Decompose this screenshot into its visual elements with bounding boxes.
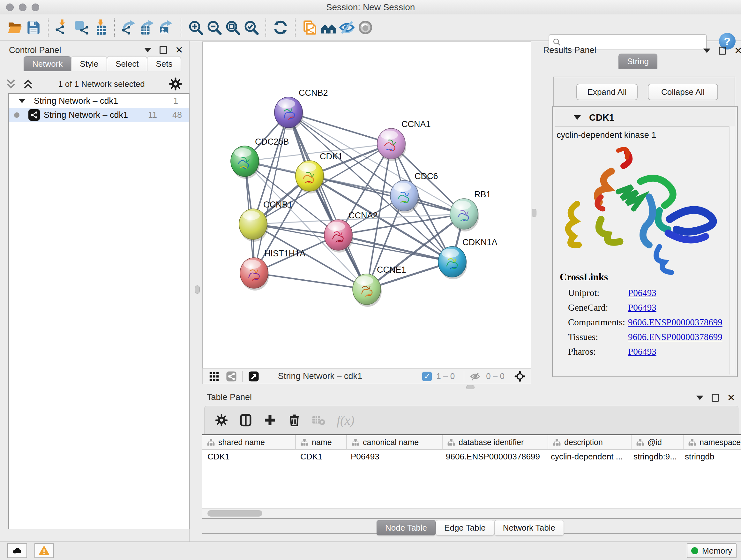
- open-file-icon[interactable]: [6, 18, 24, 37]
- zoom-fit-icon[interactable]: [223, 18, 242, 37]
- column-label: namespace: [699, 438, 741, 447]
- selected-checkbox-icon[interactable]: ✓: [422, 372, 432, 381]
- collection-expander-icon[interactable]: [18, 99, 25, 103]
- grid-view-icon[interactable]: [208, 370, 220, 383]
- gene-expander-icon[interactable]: [574, 115, 581, 120]
- birdseye-crosshair-icon[interactable]: [514, 370, 526, 383]
- export-table-icon[interactable]: [138, 18, 157, 37]
- network-options-gear-icon[interactable]: [169, 77, 183, 91]
- tab-edge-table[interactable]: Edge Table: [435, 520, 494, 536]
- cell: cyclin-dependent ...: [546, 452, 628, 462]
- save-session-icon[interactable]: [24, 18, 43, 37]
- expand-all-icon[interactable]: [22, 78, 35, 89]
- column-header-canonical-name[interactable]: canonical name: [347, 435, 443, 449]
- node-CCNA2[interactable]: [324, 220, 353, 253]
- table-collapse-icon[interactable]: [696, 395, 703, 400]
- table-horizontal-scrollbar[interactable]: [202, 508, 741, 518]
- node-CCNA1[interactable]: [377, 128, 406, 161]
- crosslink-value-link[interactable]: 9606.ENSP00000378699: [628, 317, 723, 327]
- zoom-selected-icon[interactable]: [242, 18, 260, 37]
- expand-all-button[interactable]: Expand All: [576, 84, 637, 100]
- network-view-toolbar: String Network – cdk1 ✓ 1 – 0 0 – 0: [202, 368, 531, 384]
- selection-status: 1 of 1 Network selected: [35, 79, 169, 89]
- node-CCNB2[interactable]: [274, 97, 304, 130]
- gene-section-header[interactable]: CDK1: [555, 109, 735, 127]
- control-panel-tabs: NetworkStyleSelectSets: [23, 56, 181, 71]
- tab-select[interactable]: Select: [107, 56, 147, 71]
- table-settings-gear-icon[interactable]: [214, 413, 229, 428]
- warning-button[interactable]: [35, 543, 54, 558]
- column-header--id[interactable]: @id: [631, 435, 684, 449]
- tab-network[interactable]: Network: [23, 56, 71, 71]
- network-tree: String Network – cdk1 1 String Network –…: [8, 93, 190, 530]
- node-CDC6[interactable]: [390, 180, 419, 213]
- edge-HIST1H1A-CCNE1[interactable]: [254, 273, 367, 289]
- edge-CCNB2-CCNE1[interactable]: [288, 112, 367, 289]
- tab-node-table[interactable]: Node Table: [377, 520, 435, 536]
- delete-column-icon[interactable]: [287, 413, 301, 428]
- column-header-shared-name[interactable]: shared name: [202, 435, 296, 449]
- refresh-icon[interactable]: [271, 18, 290, 37]
- import-table-icon[interactable]: [91, 18, 109, 37]
- panel-close-icon[interactable]: ✕: [175, 47, 183, 54]
- crosslink-value-link[interactable]: P06493: [628, 347, 657, 357]
- panel-collapse-icon[interactable]: [144, 48, 151, 52]
- home-icon[interactable]: [319, 18, 338, 37]
- node-CDKN1A[interactable]: [438, 246, 467, 279]
- network-row[interactable]: String Network – cdk1 11 48: [9, 108, 189, 122]
- delete-table-icon[interactable]: [311, 413, 326, 428]
- table-float-icon[interactable]: [712, 394, 719, 401]
- tab-string[interactable]: String: [618, 54, 657, 69]
- cloud-button[interactable]: [7, 543, 27, 558]
- network-collection-row[interactable]: String Network – cdk1 1: [9, 94, 189, 108]
- node-CCNE1[interactable]: [353, 274, 382, 307]
- table-row[interactable]: CDK1CDK1P064939606.ENSP00000378699cyclin…: [202, 450, 741, 463]
- results-float-icon[interactable]: [719, 47, 726, 55]
- crosslink-label: Compartments:: [568, 317, 628, 327]
- scrollbar-thumb[interactable]: [207, 510, 262, 516]
- table-close-icon[interactable]: ✕: [727, 394, 735, 401]
- node-CDC25B[interactable]: [231, 146, 260, 179]
- right-splitter-handle[interactable]: [532, 209, 536, 217]
- clone-network-icon[interactable]: [300, 18, 319, 37]
- preview-icon[interactable]: [356, 18, 375, 37]
- crosslink-value-link[interactable]: 9606.ENSP00000378699: [628, 332, 723, 342]
- results-close-icon[interactable]: ✕: [734, 47, 741, 54]
- network-share-icon[interactable]: [225, 370, 238, 383]
- memory-button[interactable]: Memory: [687, 543, 737, 558]
- tab-sets[interactable]: Sets: [147, 56, 181, 71]
- left-splitter-handle[interactable]: [195, 286, 200, 294]
- column-header-description[interactable]: description: [548, 435, 631, 449]
- export-network-icon[interactable]: [120, 18, 138, 37]
- hide-unhide-icon[interactable]: [338, 18, 356, 37]
- export-image-icon[interactable]: [157, 18, 176, 37]
- import-network-icon[interactable]: [54, 18, 72, 37]
- collapse-all-button[interactable]: Collapse All: [648, 84, 718, 100]
- edge-CDK1-RB1[interactable]: [310, 176, 464, 214]
- column-header-name[interactable]: name: [296, 435, 347, 449]
- open-view-icon[interactable]: [247, 370, 260, 383]
- zoom-in-icon[interactable]: [186, 18, 205, 37]
- collapse-all-icon[interactable]: [4, 78, 17, 89]
- panel-float-icon[interactable]: [159, 46, 167, 54]
- crosslink-value-link[interactable]: P06493: [628, 288, 657, 298]
- tab-style[interactable]: Style: [71, 56, 107, 71]
- add-column-icon[interactable]: [263, 413, 277, 428]
- network-canvas[interactable]: CCNB2CCNA1CDC25BCDK1CDC6RB1CCNB1CCNA2CDK…: [202, 42, 531, 369]
- show-columns-icon[interactable]: [239, 413, 253, 428]
- node-RB1[interactable]: [450, 199, 479, 232]
- results-scrollbar[interactable]: [729, 126, 735, 374]
- edge-CCNB2-CCNA1[interactable]: [288, 112, 391, 144]
- node-CCNB1[interactable]: [239, 209, 268, 242]
- gene-name: CDK1: [589, 112, 614, 123]
- column-header-database-identifier[interactable]: database identifier: [443, 435, 548, 449]
- network-current-dot: [14, 112, 19, 118]
- column-header-namespace[interactable]: namespace: [684, 435, 741, 449]
- node-HIST1H1A[interactable]: [240, 258, 269, 291]
- zoom-out-icon[interactable]: [205, 18, 223, 37]
- tab-network-table[interactable]: Network Table: [494, 520, 564, 536]
- node-CDK1[interactable]: [295, 161, 325, 193]
- crosslink-value-link[interactable]: P06493: [628, 302, 657, 313]
- results-collapse-icon[interactable]: [703, 49, 711, 53]
- import-database-icon[interactable]: [72, 18, 91, 37]
